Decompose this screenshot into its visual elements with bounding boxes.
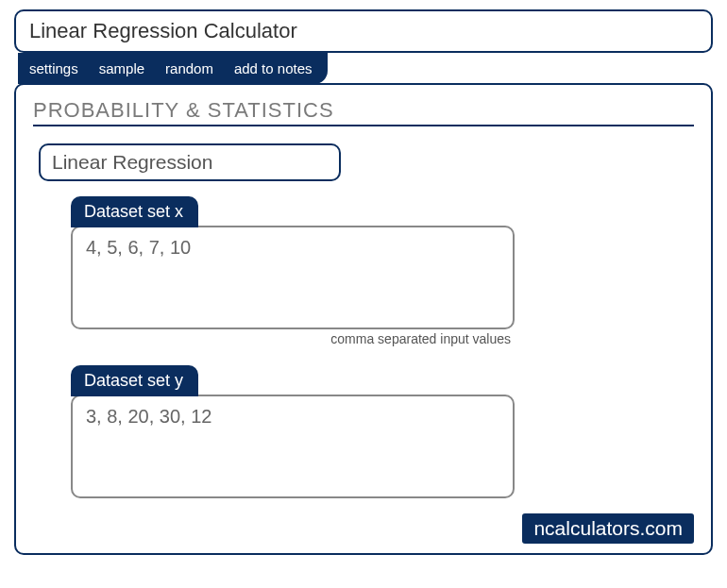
dataset-x-block: Dataset set x comma separated input valu… <box>71 196 515 346</box>
section-header: PROBABILITY & STATISTICS <box>33 98 694 126</box>
dataset-y-input[interactable] <box>71 395 515 498</box>
toolbar: settings sample random add to notes <box>18 53 328 84</box>
dataset-x-helper: comma separated input values <box>71 331 515 346</box>
sample-button[interactable]: sample <box>99 60 144 76</box>
settings-button[interactable]: settings <box>29 60 78 76</box>
watermark: ncalculators.com <box>522 513 694 544</box>
section-subtitle: Linear Regression <box>39 143 341 181</box>
dataset-x-label: Dataset set x <box>71 196 198 227</box>
dataset-y-label: Dataset set y <box>71 365 198 396</box>
random-button[interactable]: random <box>165 60 213 76</box>
dataset-y-block: Dataset set y <box>71 365 515 498</box>
page-title: Linear Regression Calculator <box>14 9 713 53</box>
main-panel: PROBABILITY & STATISTICS Linear Regressi… <box>14 83 713 555</box>
dataset-x-input[interactable] <box>71 226 515 329</box>
add-to-notes-button[interactable]: add to notes <box>234 60 313 76</box>
